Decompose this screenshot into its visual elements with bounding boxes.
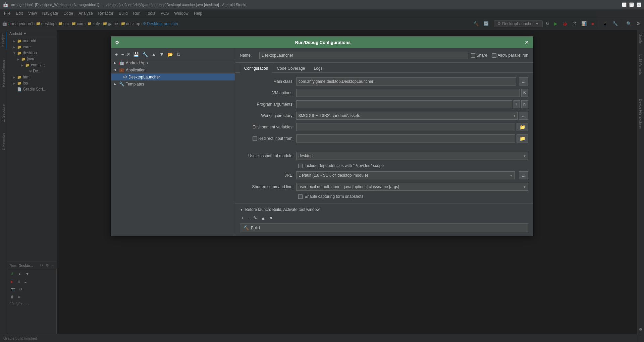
parallel-checkbox[interactable] [492, 53, 496, 58]
program-args-container: + ⇱ [296, 100, 528, 108]
env-vars-input[interactable] [296, 123, 515, 131]
minimize-button[interactable]: ─ [622, 2, 627, 7]
dialog-config-tree: + − ⎘ 💾 🔧 ▲ ▼ 📂 ⇅ ▶ 🤖 Android App ▼ [111, 48, 235, 236]
title-text: armageddon1 [D:\eclipse_Workspaces\armag… [11, 3, 246, 7]
include-deps-checkbox[interactable] [298, 164, 303, 168]
shorten-cmd-label: Shorten command line: [240, 184, 293, 189]
before-launch-arrow: ▼ [240, 208, 243, 212]
shorten-cmd-select[interactable]: user-local default: none - java [options… [296, 183, 528, 191]
classpath-select[interactable]: desktop [296, 152, 528, 160]
redirect-label: Redirect input from: [258, 136, 293, 141]
program-args-row: Program arguments: + ⇱ [240, 100, 528, 108]
tab-code-coverage[interactable]: Code Coverage [272, 64, 309, 72]
share-checkbox-label[interactable]: Share [471, 53, 487, 58]
tab-configuration[interactable]: Configuration [240, 64, 272, 73]
config-form: Main class: ... VM options: ⇱ [235, 73, 533, 204]
program-args-label: Program arguments: [240, 102, 293, 107]
working-dir-row: Working directory: ▼ ... [240, 112, 528, 120]
dialog-save-btn[interactable]: 💾 [132, 51, 140, 58]
bl-up-btn[interactable]: ▲ [259, 215, 267, 221]
app-icon: 🤖 [3, 2, 8, 7]
titlebar: 🤖 armageddon1 [D:\eclipse_Workspaces\arm… [0, 0, 644, 9]
vm-options-row: VM options: ⇱ [240, 89, 528, 97]
dtree-arrow-android: ▶ [114, 61, 118, 65]
program-args-add-btn[interactable]: + [514, 100, 520, 108]
working-dir-browse-btn[interactable]: ... [519, 112, 528, 120]
dialog-edit-btn[interactable]: 🔧 [141, 51, 149, 58]
dialog-down-btn[interactable]: ▼ [158, 51, 165, 58]
program-args-expand-btn[interactable]: ⇱ [521, 100, 528, 108]
redirect-browse-btn[interactable]: 📁 [517, 134, 528, 142]
dtree-label-app: Application [126, 68, 146, 72]
dialog-up-btn[interactable]: ▲ [150, 51, 157, 58]
before-launch-toolbar: + − ✎ ▲ ▼ [240, 215, 528, 221]
redirect-input[interactable] [296, 134, 515, 142]
working-dir-select-wrapper: ▼ [296, 112, 518, 120]
bl-edit-btn[interactable]: ✎ [252, 215, 259, 221]
name-field-label: Name: [240, 53, 257, 58]
dtree-templates[interactable]: ▶ 🔧 Templates [111, 80, 235, 88]
parallel-checkbox-label[interactable]: Allow parallel run [492, 53, 528, 58]
dtree-icon-tpl: 🔧 [119, 81, 124, 87]
share-checkbox[interactable] [471, 53, 475, 58]
dialog-folder-btn[interactable]: 📂 [166, 51, 174, 58]
tab-logs[interactable]: Logs [309, 64, 327, 72]
env-vars-container: 📁 [296, 123, 528, 131]
capture-form-checkbox[interactable] [298, 194, 303, 199]
env-vars-label: Environment variables: [240, 125, 293, 129]
dtree-icon-dl: ⚙ [123, 74, 127, 79]
dtree-android-app[interactable]: ▶ 🤖 Android App [111, 59, 235, 66]
config-name-row: Name: Share Allow parallel run [235, 48, 533, 63]
dtree-desktop-launcher[interactable]: ⚙ DesktopLauncher [111, 73, 235, 80]
dialog-close-button[interactable]: ✕ [525, 39, 529, 46]
dialog-body: + − ⎘ 💾 🔧 ▲ ▼ 📂 ⇅ ▶ 🤖 Android App ▼ [111, 48, 533, 236]
config-tab-bar: Configuration Code Coverage Logs [235, 63, 533, 73]
jre-row: JRE: Default (1.8 - SDK of 'desktop' mod… [240, 171, 528, 179]
classpath-row: Use classpath of module: desktop ▼ [240, 152, 528, 160]
dialog-overlay: ⚙ Run/Debug Configurations ✕ + − ⎘ 💾 🔧 ▲… [0, 9, 644, 342]
dialog-sort-btn[interactable]: ⇅ [175, 51, 182, 58]
include-deps-row: Include dependencies with "Provided" sco… [240, 163, 528, 168]
before-launch-section: ▼ Before launch: Build, Activate tool wi… [235, 204, 533, 236]
bl-down-btn[interactable]: ▼ [267, 215, 275, 221]
close-button[interactable]: ✕ [637, 2, 641, 7]
dialog-tree-toolbar: + − ⎘ 💾 🔧 ▲ ▼ 📂 ⇅ [111, 50, 235, 59]
shorten-cmd-select-wrapper: user-local default: none - java [options… [296, 183, 528, 191]
maximize-button[interactable]: □ [629, 2, 634, 7]
main-class-browse-btn[interactable]: ... [519, 77, 528, 86]
redirect-input-row: Redirect input from: 📁 [240, 134, 528, 142]
name-field-input[interactable] [259, 52, 468, 59]
bl-remove-btn[interactable]: − [246, 215, 251, 221]
build-item-build[interactable]: 🔨 Build [240, 223, 528, 232]
vm-options-label: VM options: [240, 91, 293, 95]
main-class-label: Main class: [240, 79, 293, 84]
vm-options-input[interactable] [296, 89, 520, 97]
include-deps-label: Include dependencies with "Provided" sco… [305, 163, 384, 168]
capture-form-row: Enable capturing form snapshots [240, 194, 528, 199]
dtree-arrow-tpl: ▶ [114, 82, 118, 86]
classpath-label: Use classpath of module: [240, 154, 293, 158]
classpath-select-wrapper: desktop ▼ [296, 152, 528, 160]
env-vars-browse-btn[interactable]: 📁 [517, 123, 528, 131]
dialog-remove-btn[interactable]: − [120, 51, 125, 58]
env-vars-row: Environment variables: 📁 [240, 123, 528, 131]
before-launch-label: Before launch: Build, Activate tool wind… [245, 207, 320, 212]
before-launch-header[interactable]: ▼ Before launch: Build, Activate tool wi… [240, 207, 528, 212]
dialog-copy-btn[interactable]: ⎘ [126, 51, 131, 58]
main-class-input[interactable] [296, 77, 516, 86]
dialog-add-btn[interactable]: + [114, 51, 119, 58]
form-spacer [240, 146, 528, 149]
build-item-icon: 🔨 [244, 225, 249, 230]
redirect-checkbox[interactable] [253, 136, 257, 141]
jre-browse-btn[interactable]: ... [519, 171, 528, 179]
working-dir-input[interactable] [296, 112, 518, 120]
dtree-icon-android: 🤖 [119, 60, 124, 65]
jre-select[interactable]: Default (1.8 - SDK of 'desktop' module) [296, 171, 515, 179]
dtree-label-dl: DesktopLauncher [128, 75, 160, 79]
vm-options-expand-btn[interactable]: ⇱ [521, 89, 528, 97]
bl-add-btn[interactable]: + [240, 215, 245, 221]
dtree-application[interactable]: ▼ 💼 Application [111, 66, 235, 73]
share-label-text: Share [477, 53, 487, 58]
program-args-input[interactable] [296, 100, 512, 108]
dialog-titlebar: ⚙ Run/Debug Configurations ✕ [111, 37, 533, 48]
